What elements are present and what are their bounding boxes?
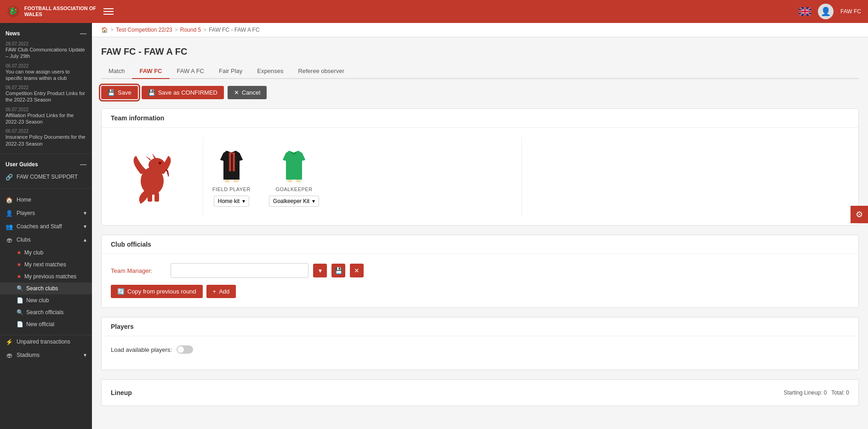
- settings-gear-button[interactable]: ⚙: [851, 206, 868, 223]
- svg-rect-16: [296, 180, 301, 182]
- sidebar-item-home[interactable]: 🏠 Home: [0, 193, 92, 207]
- news-item-4[interactable]: 06.07.2022 Affiliation Product Links for…: [0, 105, 92, 127]
- news-section-header[interactable]: News —: [0, 28, 92, 40]
- team-manager-label: Team Manager:: [111, 267, 166, 274]
- clubs-icon: 🏟: [6, 237, 13, 243]
- cancel-label: Cancel: [242, 89, 260, 96]
- faw-comet-support-link[interactable]: 🔗 FAW COMET SUPPORT: [0, 170, 92, 184]
- goalkeeper-kit: GOALKEEPER Goalkeeper Kit ▾: [269, 146, 319, 207]
- save-icon: 💾: [108, 89, 115, 96]
- cancel-button[interactable]: ✕ Cancel: [228, 86, 267, 99]
- my-next-matches-label: My next matches: [24, 261, 66, 268]
- sidebar-item-my-previous-matches[interactable]: ★ My previous matches: [0, 271, 92, 282]
- sidebar-item-unpaired-transactions[interactable]: ⚡ Unpaired transactions: [0, 335, 92, 349]
- tab-referee-observer[interactable]: Referee observer: [291, 64, 351, 79]
- field-player-kit-label: FIELD PLAYER: [212, 186, 251, 192]
- header-right-controls: 👤 FAW FC: [799, 4, 861, 19]
- sidebar-item-my-club[interactable]: ★ My club: [0, 247, 92, 259]
- user-avatar[interactable]: 👤: [818, 4, 834, 19]
- news-date-2: 06.07.2022: [6, 63, 86, 68]
- sidebar-item-my-next-matches[interactable]: ★ My next matches: [0, 259, 92, 271]
- load-available-players-toggle[interactable]: [177, 345, 193, 354]
- field-player-kit: FIELD PLAYER Home kit ▾: [212, 146, 251, 207]
- copy-from-previous-round-button[interactable]: 🔄 Copy from previous round: [111, 285, 203, 298]
- team-manager-dropdown-button[interactable]: ▾: [313, 264, 327, 277]
- breadcrumb-current: FAW FC - FAW A FC: [209, 27, 259, 33]
- tab-faw-a-fc[interactable]: FAW A FC: [170, 64, 211, 79]
- news-date-1: 28.07.2022: [6, 41, 86, 46]
- total-label: Total:: [831, 389, 845, 396]
- svg-rect-7: [148, 192, 152, 202]
- search-officials-icon: 🔍: [17, 309, 23, 316]
- news-item-3[interactable]: 06.07.2022 Competition Entry Product Lin…: [0, 83, 92, 105]
- user-guides-collapse-icon: —: [80, 161, 86, 168]
- search-clubs-label: Search clubs: [26, 285, 58, 292]
- team-info-grid: FIELD PLAYER Home kit ▾: [111, 137, 849, 216]
- new-club-doc-icon: 📄: [17, 297, 23, 304]
- sidebar-item-new-official[interactable]: 📄 New official: [0, 318, 92, 330]
- news-item-5[interactable]: 06.07.2022 Insurance Policy Documents fo…: [0, 127, 92, 149]
- top-header: 🐉 FOOTBALL ASSOCIATION OF WALES 👤 FAW FC: [0, 0, 868, 23]
- players-chevron-icon: ▾: [84, 210, 86, 216]
- home-breadcrumb-icon[interactable]: 🏠: [101, 27, 108, 33]
- team-manager-input[interactable]: [171, 263, 308, 278]
- add-icon: +: [213, 288, 217, 295]
- hamburger-menu[interactable]: [103, 8, 114, 15]
- round-action-buttons: 🔄 Copy from previous round + Add: [111, 285, 849, 298]
- sidebar-item-coaches[interactable]: 👥 Coaches and Staff ▾: [0, 220, 92, 233]
- news-date-5: 06.07.2022: [6, 129, 86, 134]
- external-link-icon: 🔗: [6, 174, 13, 181]
- breadcrumb-competition[interactable]: Test Competition 22/23: [116, 27, 172, 33]
- team-manager-clear-button[interactable]: ✕: [350, 264, 364, 277]
- new-official-icon: 📄: [17, 321, 23, 327]
- field-player-kit-value: Home kit: [218, 198, 240, 204]
- club-officials-section: Club officials Team Manager: ▾ 💾 ✕ 🔄 Cop…: [101, 235, 859, 308]
- nav-section: 🏠 Home 👤 Players ▾ 👥 Coaches and Staff ▾: [0, 189, 92, 335]
- tab-fair-play[interactable]: Fair Play: [211, 64, 250, 79]
- page-title: FAW FC - FAW A FC: [101, 46, 859, 57]
- starting-lineup-count: 0: [824, 389, 827, 396]
- club-officials-title: Club officials: [102, 235, 858, 254]
- field-player-kit-svg: [217, 146, 246, 183]
- user-guides-header[interactable]: User Guides —: [0, 158, 92, 170]
- new-official-label: New official: [26, 321, 54, 327]
- news-item-1[interactable]: 28.07.2022 FAW Club Communications Updat…: [0, 40, 92, 62]
- save-as-confirmed-button[interactable]: 💾 Save as CONFIRMED: [142, 86, 224, 99]
- news-date-3: 06.07.2022: [6, 85, 86, 90]
- sidebar-item-players[interactable]: 👤 Players ▾: [0, 207, 92, 220]
- tab-faw-fc[interactable]: FAW FC: [132, 64, 169, 79]
- goalkeeper-kit-selector[interactable]: Goalkeeper Kit ▾: [269, 196, 319, 207]
- players-body: Load available players:: [102, 336, 858, 370]
- svg-point-6: [159, 162, 161, 164]
- team-manager-row: Team Manager: ▾ 💾 ✕: [111, 263, 849, 278]
- tab-match[interactable]: Match: [101, 64, 132, 79]
- news-collapse-icon: —: [80, 30, 86, 37]
- team-manager-save-button[interactable]: 💾: [331, 264, 345, 277]
- save-button[interactable]: 💾 Save: [101, 86, 138, 99]
- news-item-2[interactable]: 06.07.2022 You can now assign users to s…: [0, 62, 92, 84]
- new-club-label: New club: [26, 297, 49, 304]
- field-player-kit-selector[interactable]: Home kit ▾: [214, 196, 249, 207]
- save-confirmed-label: Save as CONFIRMED: [158, 89, 217, 96]
- sidebar-item-search-clubs[interactable]: 🔍 Search clubs: [0, 282, 92, 294]
- field-player-kit-chevron-icon: ▾: [242, 198, 245, 204]
- coaches-icon: 👥: [6, 223, 13, 230]
- kit-extra-area: [531, 167, 849, 186]
- sidebar-item-search-officials[interactable]: 🔍 Search officials: [0, 306, 92, 318]
- sidebar-item-stadiums[interactable]: 🏟 Stadiums ▾: [0, 349, 92, 362]
- news-title-2: You can now assign users to specific tea…: [6, 68, 86, 82]
- my-previous-matches-label: My previous matches: [24, 273, 76, 280]
- sidebar-item-clubs[interactable]: 🏟 Clubs ▴: [0, 233, 92, 247]
- breadcrumb-round[interactable]: Round 5: [180, 27, 201, 33]
- team-information-section: Team information: [101, 108, 859, 226]
- sidebar-item-new-club[interactable]: 📄 New club: [0, 294, 92, 306]
- add-official-button[interactable]: + Add: [206, 285, 236, 298]
- tab-expenses[interactable]: Expenses: [250, 64, 291, 79]
- lineup-section: Lineup Starting Lineup: 0 Total: 0: [101, 379, 859, 406]
- players-icon: 👤: [6, 210, 13, 217]
- lineup-body: Lineup Starting Lineup: 0 Total: 0: [102, 380, 858, 406]
- goalkeeper-kit-svg: [279, 146, 309, 183]
- svg-rect-10: [233, 152, 235, 171]
- news-label: News: [6, 30, 20, 37]
- language-flag-icon[interactable]: [799, 7, 811, 16]
